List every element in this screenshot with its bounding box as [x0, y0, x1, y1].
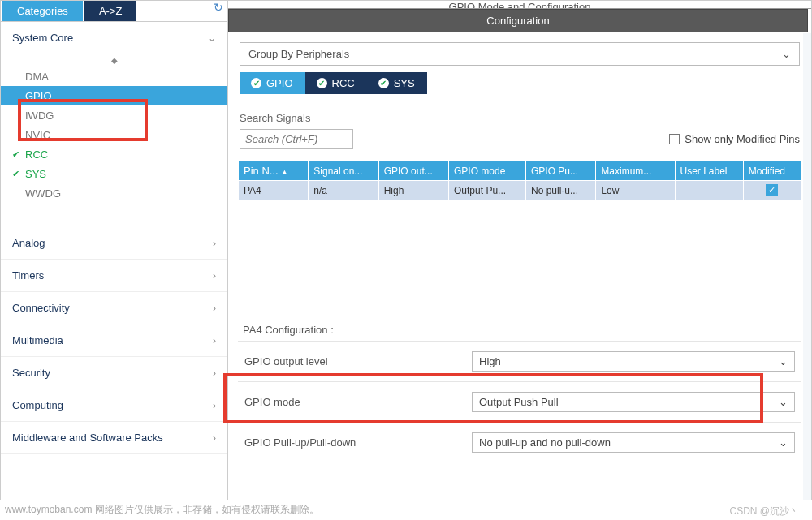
col-user[interactable]: User Label [675, 161, 743, 181]
section-label: System Core [12, 32, 73, 44]
output-level-select[interactable]: High⌄ [472, 351, 795, 372]
item-label: WWDG [25, 187, 61, 200]
pa-config-title: PA4 Configuration : [238, 322, 801, 341]
gpio-mode-select[interactable]: Output Push Pull⌄ [472, 392, 795, 412]
check-icon: ✔ [12, 169, 19, 179]
tab-categories[interactable]: Categories [2, 1, 83, 21]
sidebar-item-iwdg[interactable]: IWDG [1, 105, 227, 125]
chevron-right-icon: › [213, 400, 216, 411]
panel-title-cut: GPIO Mode and Configuration [228, 1, 811, 9]
cell-pull: No pull-u... [526, 181, 596, 200]
cell-modified[interactable]: ✓ [743, 181, 801, 200]
section-connectivity[interactable]: Connectivity› [1, 292, 227, 324]
col-mode[interactable]: GPIO mode [449, 161, 526, 181]
check-circle-icon: ✔ [378, 78, 389, 88]
tab-label: RCC [332, 77, 355, 89]
chevron-down-icon: ⌄ [779, 436, 788, 449]
chevron-down-icon: ⌄ [782, 48, 791, 60]
sidebar-item-rcc[interactable]: ✔RCC [1, 144, 227, 164]
col-max[interactable]: Maximum... [596, 161, 675, 181]
section-label: Timers [12, 269, 44, 281]
section-label: Computing [12, 399, 63, 411]
section-label: Middleware and Software Packs [12, 432, 163, 444]
select-value: No pull-up and no pull-down [479, 436, 611, 449]
select-value: Output Push Pull [479, 396, 559, 408]
chevron-right-icon: › [213, 367, 216, 379]
select-value: High [479, 355, 501, 367]
section-analog[interactable]: Analog› [1, 227, 227, 260]
scrollbar[interactable] [803, 33, 811, 506]
section-label: Connectivity [12, 302, 70, 314]
row-gpio-mode: GPIO mode Output Push Pull⌄ [238, 381, 801, 422]
chevron-right-icon: › [213, 270, 216, 281]
redo-icon[interactable]: ↻ [214, 1, 223, 14]
sidebar-item-dma[interactable]: DMA [1, 67, 227, 86]
section-label: Security [12, 367, 50, 379]
pull-label: GPIO Pull-up/Pull-down [244, 436, 472, 449]
watermark: CSDN @沉沙丶 [729, 505, 799, 518]
chevron-down-icon: ⌄ [779, 355, 788, 367]
modified-check-icon: ✓ [766, 184, 778, 196]
tab-label: GPIO [266, 77, 293, 89]
section-timers[interactable]: Timers› [1, 260, 227, 292]
section-system-core[interactable]: System Core ⌄ [1, 22, 227, 54]
group-by-value: Group By Peripherals [248, 48, 349, 60]
item-label: DMA [25, 71, 49, 83]
sidebar-item-sys[interactable]: ✔SYS [1, 164, 227, 183]
chevron-right-icon: › [213, 238, 216, 249]
cell-max: Low [596, 181, 675, 200]
updown-icon[interactable]: ◆ [1, 54, 227, 67]
chevron-right-icon: › [213, 303, 216, 314]
footer-note: www.toymoban.com 网络图片仅供展示，非存储，如有侵权请联系删除。 [0, 500, 812, 520]
section-label: Multimedia [12, 334, 63, 346]
col-signal[interactable]: Signal on... [309, 161, 378, 181]
col-pin[interactable]: Pin N... ▲ [239, 161, 309, 181]
sidebar-item-nvic[interactable]: NVIC [1, 125, 227, 144]
output-level-label: GPIO output level [244, 355, 472, 367]
section-label: Analog [12, 237, 45, 249]
pull-select[interactable]: No pull-up and no pull-down⌄ [472, 432, 795, 453]
chevron-right-icon: › [213, 432, 216, 444]
cell-mode: Output Pu... [449, 181, 526, 200]
periph-tab-rcc[interactable]: ✔RCC [305, 72, 367, 94]
cell-out: High [378, 181, 448, 200]
tab-label: SYS [394, 77, 415, 89]
col-out[interactable]: GPIO out... [378, 161, 448, 181]
tab-a-z[interactable]: A->Z [84, 1, 137, 21]
cell-signal: n/a [309, 181, 378, 200]
section-middleware[interactable]: Middleware and Software Packs› [1, 422, 227, 454]
search-input[interactable] [240, 129, 353, 149]
show-modified-checkbox[interactable] [669, 134, 680, 144]
col-modified[interactable]: Modified [743, 161, 801, 181]
chevron-down-icon: ⌄ [208, 32, 216, 44]
col-pull[interactable]: GPIO Pu... [526, 161, 596, 181]
cell-user [675, 181, 743, 200]
section-computing[interactable]: Computing› [1, 389, 227, 422]
item-label: IWDG [25, 110, 54, 122]
section-security[interactable]: Security› [1, 357, 227, 389]
item-label: NVIC [25, 129, 50, 141]
table-header-row: Pin N... ▲ Signal on... GPIO out... GPIO… [239, 161, 801, 181]
search-label: Search Signals [240, 112, 800, 124]
pins-table: Pin N... ▲ Signal on... GPIO out... GPIO… [238, 161, 801, 200]
gpio-mode-label: GPIO mode [244, 396, 472, 408]
section-multimedia[interactable]: Multimedia› [1, 324, 227, 357]
sort-asc-icon: ▲ [281, 168, 288, 176]
cell-pin: PA4 [239, 181, 309, 200]
periph-tab-sys[interactable]: ✔SYS [367, 72, 427, 94]
periph-tab-gpio[interactable]: ✔GPIO [240, 72, 305, 94]
chevron-down-icon: ⌄ [779, 396, 788, 408]
table-row[interactable]: PA4 n/a High Output Pu... No pull-u... L… [239, 181, 801, 200]
item-label: SYS [25, 168, 46, 180]
check-icon: ✔ [12, 149, 19, 160]
check-circle-icon: ✔ [317, 78, 327, 88]
item-label: RCC [25, 148, 48, 161]
check-circle-icon: ✔ [251, 78, 261, 88]
row-output-level: GPIO output level High⌄ [238, 341, 801, 381]
row-pull: GPIO Pull-up/Pull-down No pull-up and no… [238, 422, 801, 462]
group-by-select[interactable]: Group By Peripherals ⌄ [240, 42, 800, 66]
sidebar-item-wwdg[interactable]: WWDG [1, 183, 227, 203]
config-title: Configuration [228, 9, 808, 32]
sidebar-item-gpio[interactable]: GPIO [1, 86, 227, 105]
item-label: GPIO [25, 90, 52, 102]
